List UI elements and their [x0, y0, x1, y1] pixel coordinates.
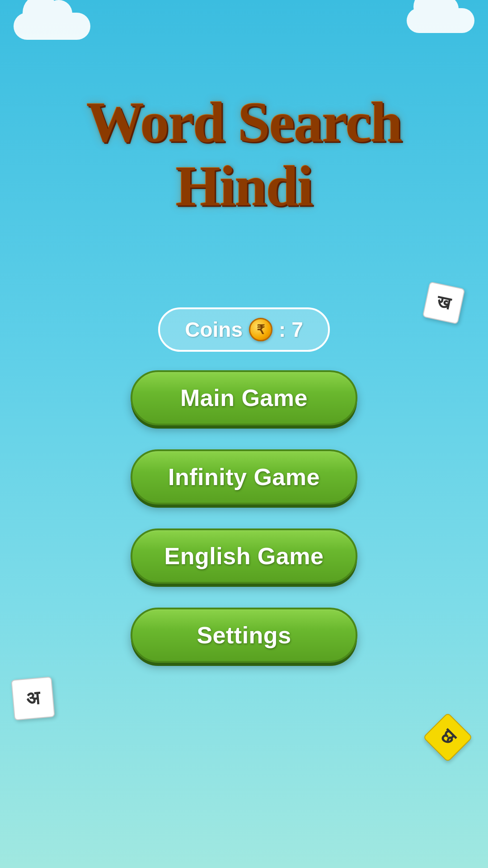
coin-icon: ₹	[249, 318, 272, 341]
cloud-right	[407, 8, 474, 33]
infinity-game-button[interactable]: Infinity Game	[131, 450, 357, 504]
settings-button[interactable]: Settings	[131, 608, 357, 662]
app-title: Word Search Hindi	[0, 90, 488, 218]
english-game-button[interactable]: English Game	[131, 529, 357, 583]
title-line2: Hindi	[0, 154, 488, 218]
tile-chha: छ	[423, 712, 473, 762]
main-game-button[interactable]: Main Game	[131, 371, 357, 425]
coins-label: Coins	[185, 317, 243, 342]
rupee-icon: ₹	[257, 322, 265, 337]
cloud-left	[14, 13, 90, 40]
tile-a: अ	[11, 676, 55, 721]
coins-value: : 7	[279, 317, 303, 342]
coins-display: Coins ₹ : 7	[158, 307, 330, 352]
title-line1: Word Search	[0, 90, 488, 154]
tile-kha: ख	[422, 282, 465, 325]
buttons-container: Main Game Infinity Game English Game Set…	[131, 371, 357, 662]
